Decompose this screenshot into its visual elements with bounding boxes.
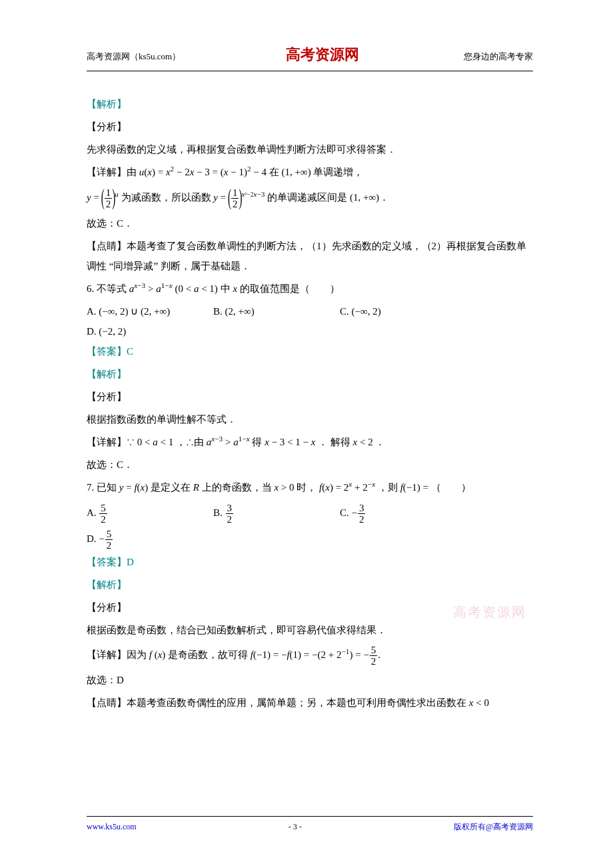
t: A. (87, 507, 97, 518)
t: 在 (269, 167, 279, 177)
page-header: 高考资源网（ks5u.com） 高考资源网 您身边的高考专家 (87, 40, 533, 71)
t: B. (213, 306, 223, 317)
t: 单调递增， (313, 167, 363, 177)
t: ，∴由 (176, 437, 204, 447)
t: C. (340, 306, 349, 317)
subheading-label: 【分析】 (87, 597, 533, 617)
t: （ ） (431, 482, 471, 493)
choices-6: A. (−∞, 2) ∪ (2, +∞) B. (2, +∞) C. (−∞, … (87, 301, 533, 341)
question-6: 6. 不等式 ax−3 > a1−x (0 < a < 1) 中 x 的取值范围… (87, 279, 533, 299)
document-page: 高考资源网（ks5u.com） 高考资源网 您身边的高考专家 【解析】 【分析】… (0, 0, 613, 868)
text-line: 【详解】由 u(x) = x2 − 2x − 3 = (x − 1)2 − 4 … (87, 162, 533, 182)
question-7: 7. 已知 y = f(x) 是定义在 R 上的奇函数，当 x > 0 时， f… (87, 477, 533, 497)
footer-left: www.ks5u.com (87, 819, 137, 835)
choice-a: A. 52 (87, 500, 193, 526)
t: 上的奇函数，当 (202, 482, 272, 493)
t: 【点睛】本题考查函数奇偶性的应用，属简单题；另，本题也可利用奇偶性求出函数在 (87, 697, 466, 708)
t: ． 解得 (318, 437, 350, 447)
t: B. (213, 507, 223, 518)
analysis-label: 【解析】 (87, 364, 533, 384)
t: 得 (252, 437, 262, 447)
subheading-label: 【分析】 (87, 387, 533, 407)
text-line: y = (12)u 为减函数，所以函数 y = (12)x²−2x−3 的单调递… (87, 185, 533, 211)
text-line: 【点睛】本题考查了复合函数单调性的判断方法，（1）先求函数的定义域，（2）再根据… (87, 236, 533, 276)
text-line: 根据指数函数的单调性解不等式． (87, 409, 533, 429)
header-right: 您身边的高考专家 (464, 48, 533, 65)
t: D. (87, 326, 97, 337)
analysis-label: 【解析】 (87, 94, 533, 114)
t: 时， (297, 482, 316, 493)
page-footer: www.ks5u.com - 3 - 版权所有@高考资源网 (87, 816, 533, 835)
footer-page-num: - 3 - (289, 819, 302, 835)
t: 为减函数，所以函数 (121, 192, 211, 203)
choice-c: C. (−∞, 2) (340, 301, 446, 321)
text-line: 根据函数是奇函数，结合已知函数解析式，即可容易代值求得结果． (87, 620, 533, 640)
choice-a: A. (−∞, 2) ∪ (2, +∞) (87, 301, 193, 321)
analysis-label: 【解析】 (87, 575, 533, 595)
choices-7: A. 52 B. 32 C. −32 D. −52 (87, 500, 533, 552)
t: A. (87, 306, 97, 317)
subheading-label: 【分析】 (87, 117, 533, 137)
header-left: 高考资源网（ks5u.com） (87, 48, 181, 65)
choice-b: B. 32 (213, 500, 320, 526)
text-line: 【详解】∵ 0 < a < 1 ，∴由 ax−3 > a1−x 得 x − 3 … (87, 432, 533, 452)
t: 的取值范围是（ ） (240, 283, 340, 294)
header-center-logo: 高考资源网 (286, 40, 359, 69)
text-line: 故选：D (87, 670, 533, 690)
t: 7. 已知 (87, 482, 117, 493)
text-line: 故选：C． (87, 213, 533, 233)
t: ，则 (378, 482, 398, 493)
choice-d: D. −52 (87, 526, 193, 552)
t: 中 (221, 283, 231, 294)
t: 6. 不等式 (87, 283, 127, 294)
text-line: 【详解】因为 f (x) 是奇函数，故可得 f(−1) = −f(1) = −(… (87, 643, 533, 667)
t: 【详解】∵ (87, 437, 135, 447)
footer-right: 版权所有@高考资源网 (454, 819, 533, 835)
t: C. (340, 507, 349, 518)
t: D. (87, 533, 97, 544)
t: 是定义在 (151, 482, 191, 493)
choice-d: D. (−2, 2) (87, 321, 193, 341)
answer-label: 【答案】C (87, 341, 533, 361)
t: 【详解】由 (87, 167, 137, 177)
choice-b: B. (2, +∞) (213, 301, 320, 321)
t: 是奇函数，故可得 (168, 649, 248, 660)
text-line: 【点睛】本题考查函数奇偶性的应用，属简单题；另，本题也可利用奇偶性求出函数在 x… (87, 693, 533, 713)
text-line: 先求得函数的定义域，再根据复合函数单调性判断方法即可求得答案． (87, 139, 533, 159)
answer-label: 【答案】D (87, 552, 533, 572)
t: 【详解】因为 (87, 649, 147, 660)
choice-c: C. −32 (340, 500, 446, 526)
t: 的单调递减区间是 (267, 192, 347, 203)
text-line: 故选：C． (87, 455, 533, 475)
